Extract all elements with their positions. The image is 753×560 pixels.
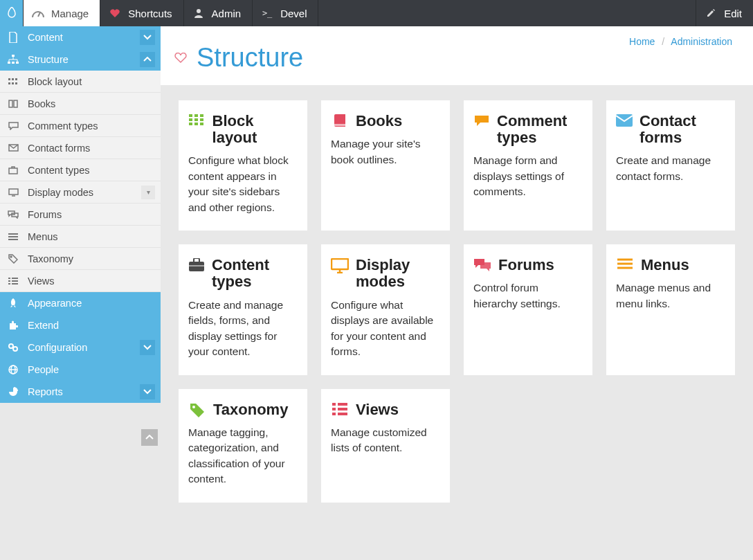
scroll-to-top-button[interactable] [141, 429, 158, 446]
svg-point-31 [13, 347, 17, 351]
sidebar-item-content[interactable]: Content [0, 26, 161, 48]
terminal-icon: >_ [261, 8, 273, 18]
toolbar-devel-label: Devel [280, 8, 307, 19]
toolbar-edit[interactable]: Edit [696, 0, 753, 26]
toolbar-spacer [318, 0, 696, 26]
sidebar-item-label: Comment types [28, 120, 98, 132]
card-title: Books [356, 113, 402, 129]
list-icon [331, 401, 349, 415]
sidebar-item-configuration[interactable]: Configuration [0, 336, 161, 359]
sidebar-item-people[interactable]: People [0, 359, 161, 381]
sidebar-item-label: People [28, 364, 59, 375]
card-books[interactable]: Books Manage your site's book outlines. [321, 100, 450, 231]
card-block-layout[interactable]: Block layout Configure what block conten… [179, 100, 307, 231]
grid-icon [7, 78, 19, 85]
toolbar-devel[interactable]: >_ Devel [253, 0, 318, 26]
sidebar-item-label: Taxonomy [28, 253, 73, 264]
svg-rect-11 [12, 78, 14, 80]
caret-down-icon[interactable]: ▾ [141, 186, 155, 199]
svg-rect-13 [8, 82, 10, 84]
main-content: Home / Administration Structure Block la… [161, 26, 753, 560]
chevron-down-icon[interactable] [140, 30, 155, 45]
svg-rect-60 [338, 413, 347, 415]
comment-icon [473, 113, 490, 128]
sidebar-item-label: Views [28, 276, 54, 287]
svg-rect-14 [12, 82, 14, 84]
sidebar-item-books[interactable]: Books [0, 93, 161, 115]
sidebar-item-taxonomy[interactable]: Taxonomy [0, 248, 161, 270]
toolbar-shortcuts[interactable]: Shortcuts [100, 0, 183, 26]
gears-icon [7, 343, 19, 352]
sidebar-item-content-types[interactable]: Content types [0, 159, 161, 181]
card-description: Manage your site's book outlines. [331, 136, 440, 168]
drupal-icon [6, 7, 18, 19]
card-taxonomy[interactable]: Taxonomy Manage tagging, categorization,… [179, 389, 307, 503]
card-description: Manage menus and menu links. [616, 280, 725, 311]
sidebar-item-block-layout[interactable]: Block layout [0, 71, 161, 93]
svg-rect-38 [189, 118, 192, 121]
toolbar-manage[interactable]: Manage [24, 0, 100, 26]
svg-rect-59 [332, 413, 336, 415]
bars-icon [7, 233, 19, 240]
pencil-icon [705, 8, 717, 18]
sidebar-item-label: Configuration [28, 342, 87, 353]
sidebar-item-appearance[interactable]: Appearance [0, 292, 161, 314]
sidebar-item-label: Contact forms [28, 143, 90, 154]
svg-rect-18 [9, 189, 18, 195]
card-title: Views [356, 401, 399, 418]
card-contact-forms[interactable]: Contact forms Create and manage contact … [606, 100, 735, 231]
sidebar-item-label: Reports [28, 386, 63, 397]
breadcrumb-administration[interactable]: Administration [671, 36, 732, 47]
heart-outline-icon[interactable] [174, 53, 187, 64]
sidebar-item-label: Menus [28, 231, 58, 242]
svg-rect-55 [332, 403, 336, 406]
svg-rect-4 [12, 62, 15, 64]
mail-icon [7, 144, 19, 152]
card-display-modes[interactable]: Display modes Configure what displays ar… [321, 244, 450, 374]
sidebar-item-comment-types[interactable]: Comment types [0, 115, 161, 137]
sidebar-item-menus[interactable]: Menus [0, 226, 161, 248]
sidebar-item-extend[interactable]: Extend [0, 314, 161, 336]
svg-rect-56 [338, 403, 347, 406]
sidebar-item-reports[interactable]: Reports [0, 381, 161, 403]
svg-rect-58 [338, 408, 347, 410]
toolbar-manage-label: Manage [51, 8, 89, 19]
sidebar-item-contact-forms[interactable]: Contact forms [0, 137, 161, 159]
svg-rect-41 [189, 123, 192, 125]
briefcase-icon [7, 166, 19, 174]
svg-rect-15 [15, 82, 17, 84]
sidebar-item-display-modes[interactable]: Display modes ▾ [0, 181, 161, 204]
sidebar-item-forums[interactable]: Forums [0, 204, 161, 226]
toolbar-shortcuts-label: Shortcuts [128, 8, 172, 19]
svg-rect-12 [15, 78, 17, 80]
book-icon [7, 100, 19, 108]
chevron-down-icon[interactable] [140, 340, 155, 355]
sidebar-item-label: Content types [28, 165, 89, 176]
breadcrumb-home[interactable]: Home [629, 36, 655, 47]
card-forums[interactable]: Forums Control forum hierarchy settings. [464, 244, 592, 374]
card-menus[interactable]: Menus Manage menus and menu links. [606, 244, 735, 374]
sidebar-item-label: Extend [28, 320, 59, 331]
sidebar-item-label: Structure [28, 54, 69, 65]
card-comment-types[interactable]: Comment types Manage form and displays s… [464, 100, 592, 231]
svg-point-1 [197, 9, 201, 13]
card-content-types[interactable]: Content types Create and manage fields, … [179, 244, 307, 374]
sidebar-item-structure[interactable]: Structure [0, 48, 161, 71]
sidebar-item-views[interactable]: Views [0, 270, 161, 292]
sidebar-item-label: Content [28, 32, 63, 43]
comment-icon [7, 122, 19, 130]
tag-icon [7, 254, 19, 264]
grid-icon [188, 113, 206, 125]
book-icon [331, 113, 349, 128]
home-button[interactable] [0, 0, 24, 26]
breadcrumb: Home / Administration [629, 36, 732, 47]
toolbar-admin[interactable]: Admin [184, 0, 253, 26]
card-views[interactable]: Views Manage customized lists of content… [321, 389, 450, 503]
card-title: Menus [641, 257, 689, 273]
chevron-down-icon[interactable] [140, 384, 155, 399]
chevron-up-icon[interactable] [140, 52, 155, 67]
card-description: Create and manage contact forms. [616, 153, 725, 184]
card-description: Create and manage fields, forms, and dis… [188, 298, 298, 360]
page-title: Structure [197, 43, 303, 73]
card-description: Configure what displays are available fo… [331, 298, 440, 360]
